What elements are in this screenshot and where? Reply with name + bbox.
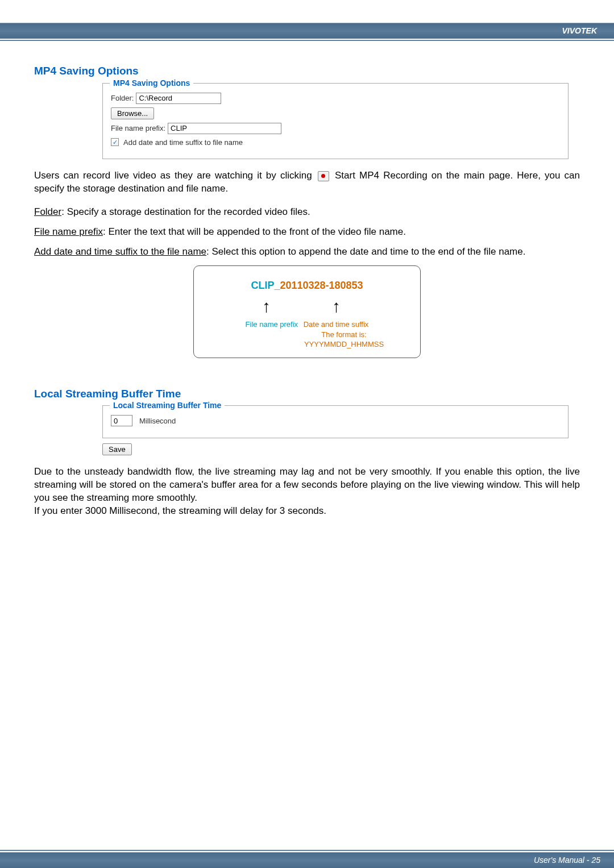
save-button[interactable]: Save [102,443,132,455]
buffer-input[interactable] [111,415,132,426]
prefix-input[interactable] [168,123,281,134]
suffix-checkbox[interactable]: ✓ [111,138,119,146]
browse-button[interactable]: Browse... [111,107,154,119]
header-spacer [0,0,614,23]
example-sep: _ [274,280,280,291]
def-folder-text: : Specify a storage destination for the … [61,206,310,217]
example-label-suffix: Date and time suffix [304,320,369,329]
folder-label: Folder: [111,93,134,103]
up-arrow-icon: ↑ [262,298,271,315]
up-arrow-icon: ↑ [332,298,341,315]
mp4-intro: Users can record live video as they are … [34,169,580,196]
def-suffix-term: Add date and time suffix to the file nam… [34,246,206,257]
example-filename: CLIP_20110328-180853 [208,279,406,292]
mp4-heading: MP4 Saving Options [34,64,580,78]
browse-row: Browse... [111,107,560,119]
buffer-legend: Local Streaming Buffer Time [110,400,225,411]
mp4-legend: MP4 Saving Options [110,78,193,89]
def-prefix-term: File name prefix [34,226,103,237]
def-suffix: Add date and time suffix to the file nam… [34,246,580,259]
prefix-label: File name prefix: [111,123,165,134]
save-row: Save [102,443,580,455]
buffer-unit: Millisecond [139,416,176,426]
def-suffix-text: : Select this option to append the date … [206,246,525,257]
def-prefix-text: : Enter the text that will be appended t… [103,226,406,237]
mp4-fieldset: MP4 Saving Options Folder: Browse... Fil… [102,83,569,160]
suffix-checkbox-row: ✓ Add date and time suffix to file name [111,138,560,148]
def-folder: Folder: Specify a storage destination fo… [34,206,580,219]
def-prefix: File name prefix: Enter the text that wi… [34,226,580,239]
example-arrows: ↑ ↑ [208,298,406,315]
spacer [34,364,580,387]
prefix-row: File name prefix: [111,123,560,134]
brand-bar: VIVOTEK [0,23,614,39]
buffer-heading: Local Streaming Buffer Time [34,387,580,401]
example-suffix: 20110328-180853 [280,280,363,291]
example-prefix: CLIP [251,280,274,291]
buffer-body2: If you enter 3000 Millisecond, the strea… [34,505,580,518]
example-box: CLIP_20110328-180853 ↑ ↑ File name prefi… [193,265,421,358]
example-label-prefix: File name prefix [246,320,298,329]
folder-row: Folder: [111,93,560,104]
intro-pre: Users can record live video as they are … [34,170,312,181]
example-format: The format is: YYYYMMDD_HHMMSS [281,330,406,350]
def-folder-term: Folder [34,206,61,217]
record-icon [318,171,329,181]
folder-input[interactable] [136,93,221,104]
record-dot-icon [321,174,325,178]
buffer-body: Due to the unsteady bandwidth flow, the … [34,466,580,505]
suffix-checkbox-label: Add date and time suffix to file name [123,138,243,148]
brand-text: VIVOTEK [562,23,614,35]
buffer-row: Millisecond [111,415,560,426]
example-labels: File name prefix Date and time suffix Th… [208,319,406,350]
buffer-fieldset: Local Streaming Buffer Time Millisecond [102,405,569,438]
page-content: MP4 Saving Options MP4 Saving Options Fo… [0,41,614,518]
